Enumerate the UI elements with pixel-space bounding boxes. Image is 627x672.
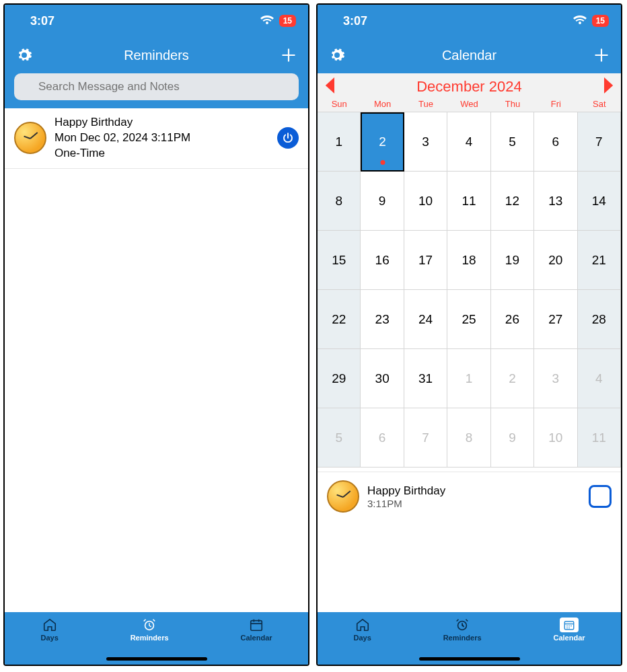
next-month-button[interactable] bbox=[602, 77, 614, 96]
status-bar: 3:07 15 bbox=[5, 5, 308, 37]
title-bar: Calendar bbox=[318, 37, 621, 73]
settings-button[interactable] bbox=[327, 45, 347, 65]
calendar-day[interactable]: 11 bbox=[447, 172, 490, 231]
calendar-day[interactable]: 30 bbox=[361, 349, 404, 408]
calendar-day[interactable]: 22 bbox=[318, 290, 361, 349]
prev-month-button[interactable] bbox=[324, 77, 336, 96]
calendar-day[interactable]: 13 bbox=[534, 172, 577, 231]
tab-label: Days bbox=[353, 634, 371, 642]
tab-calendar[interactable]: Calendar bbox=[553, 618, 585, 642]
calendar-content: December 2024 Sun Mon Tue Wed Thu Fri Sa… bbox=[318, 73, 621, 612]
tab-days[interactable]: Days bbox=[353, 618, 371, 642]
calendar-day[interactable]: 17 bbox=[404, 231, 447, 290]
status-right: 15 bbox=[260, 14, 296, 28]
dow-label: Thu bbox=[491, 99, 534, 109]
calendar-day[interactable]: 2 bbox=[361, 112, 404, 172]
calendar-day[interactable]: 6 bbox=[534, 112, 577, 172]
calendar-day[interactable]: 12 bbox=[491, 172, 534, 231]
title-bar: Reminders bbox=[5, 37, 308, 73]
calendar-day[interactable]: 31 bbox=[404, 349, 447, 408]
calendar-day[interactable]: 8 bbox=[318, 172, 361, 231]
month-header: December 2024 bbox=[318, 73, 621, 96]
calendar-icon bbox=[560, 618, 579, 632]
calendar-day[interactable]: 19 bbox=[491, 231, 534, 290]
dow-label: Mon bbox=[361, 99, 404, 109]
tab-days[interactable]: Days bbox=[40, 618, 58, 642]
reminders-list: Happy Birthday Mon Dec 02, 2024 3:11PM O… bbox=[5, 108, 308, 612]
calendar-day[interactable]: 4 bbox=[447, 112, 490, 172]
status-bar: 3:07 15 bbox=[318, 5, 621, 37]
wifi-icon bbox=[573, 14, 587, 28]
toggle-button[interactable] bbox=[277, 127, 299, 149]
tab-reminders[interactable]: Reminders bbox=[443, 618, 482, 642]
tab-label: Calendar bbox=[553, 634, 585, 642]
clock-icon bbox=[14, 122, 46, 154]
calendar-day[interactable]: 20 bbox=[534, 231, 577, 290]
settings-button[interactable] bbox=[14, 45, 34, 65]
event-text: Happy Birthday 3:11PM bbox=[367, 484, 581, 509]
calendar-day[interactable]: 2 bbox=[491, 349, 534, 408]
svg-rect-2 bbox=[251, 621, 262, 631]
calendar-day[interactable]: 25 bbox=[447, 290, 490, 349]
calendar-day[interactable]: 23 bbox=[361, 290, 404, 349]
calendar-day[interactable]: 28 bbox=[578, 290, 621, 349]
calendar-day[interactable]: 5 bbox=[491, 112, 534, 172]
home-indicator[interactable] bbox=[106, 657, 207, 661]
calendar-day[interactable]: 9 bbox=[491, 408, 534, 468]
calendar-day[interactable]: 7 bbox=[578, 112, 621, 172]
calendar-day[interactable]: 24 bbox=[404, 290, 447, 349]
event-checkbox[interactable] bbox=[589, 485, 612, 508]
wifi-icon bbox=[260, 14, 274, 28]
search-bar bbox=[5, 73, 308, 108]
calendar-day[interactable]: 7 bbox=[404, 408, 447, 468]
home-indicator[interactable] bbox=[419, 657, 520, 661]
calendar-day[interactable]: 9 bbox=[361, 172, 404, 231]
tab-label: Days bbox=[40, 634, 58, 642]
calendar-day[interactable]: 27 bbox=[534, 290, 577, 349]
tab-label: Reminders bbox=[443, 634, 482, 642]
add-button[interactable] bbox=[591, 45, 612, 65]
calendar-day[interactable]: 3 bbox=[534, 349, 577, 408]
reminder-item[interactable]: Happy Birthday Mon Dec 02, 2024 3:11PM O… bbox=[5, 108, 308, 169]
calendar-day[interactable]: 14 bbox=[578, 172, 621, 231]
battery-badge: 15 bbox=[592, 15, 609, 27]
calendar-day[interactable]: 5 bbox=[318, 408, 361, 468]
dow-label: Wed bbox=[447, 99, 490, 109]
calendar-day[interactable]: 4 bbox=[578, 349, 621, 408]
tab-label: Calendar bbox=[240, 634, 272, 642]
status-time: 3:07 bbox=[30, 14, 54, 28]
month-title: December 2024 bbox=[416, 78, 522, 96]
reminder-datetime: Mon Dec 02, 2024 3:11PM bbox=[54, 130, 269, 146]
reminder-text: Happy Birthday Mon Dec 02, 2024 3:11PM O… bbox=[54, 115, 269, 161]
search-input[interactable] bbox=[14, 73, 299, 100]
dow-header: Sun Mon Tue Wed Thu Fri Sat bbox=[318, 96, 621, 112]
calendar-day[interactable]: 11 bbox=[578, 408, 621, 468]
screen-title: Calendar bbox=[442, 48, 496, 63]
calendar-day[interactable]: 8 bbox=[447, 408, 490, 468]
calendar-day[interactable]: 3 bbox=[404, 112, 447, 172]
dow-label: Sun bbox=[318, 99, 361, 109]
add-button[interactable] bbox=[279, 45, 299, 65]
calendar-day[interactable]: 10 bbox=[534, 408, 577, 468]
dow-label: Fri bbox=[534, 99, 577, 109]
calendar-day[interactable]: 26 bbox=[491, 290, 534, 349]
calendar-day[interactable]: 21 bbox=[578, 231, 621, 290]
tab-label: Reminders bbox=[131, 634, 169, 642]
calendar-day[interactable]: 15 bbox=[318, 231, 361, 290]
calendar-day[interactable]: 10 bbox=[404, 172, 447, 231]
calendar-day[interactable]: 1 bbox=[447, 349, 490, 408]
event-dot bbox=[380, 160, 385, 165]
tab-reminders[interactable]: Reminders bbox=[131, 618, 169, 642]
calendar-grid: 1234567891011121314151617181920212223242… bbox=[318, 112, 621, 468]
calendar-day[interactable]: 18 bbox=[447, 231, 490, 290]
event-time: 3:11PM bbox=[367, 498, 581, 509]
calendar-day[interactable]: 6 bbox=[361, 408, 404, 468]
event-title: Happy Birthday bbox=[367, 484, 581, 498]
calendar-day[interactable]: 29 bbox=[318, 349, 361, 408]
calendar-screen: 3:07 15 Calendar December 2024 Sun bbox=[316, 3, 622, 666]
event-item[interactable]: Happy Birthday 3:11PM bbox=[318, 472, 621, 521]
calendar-day[interactable]: 1 bbox=[318, 112, 361, 172]
calendar-day[interactable]: 16 bbox=[361, 231, 404, 290]
clock-icon bbox=[327, 480, 359, 513]
tab-calendar[interactable]: Calendar bbox=[240, 618, 272, 642]
